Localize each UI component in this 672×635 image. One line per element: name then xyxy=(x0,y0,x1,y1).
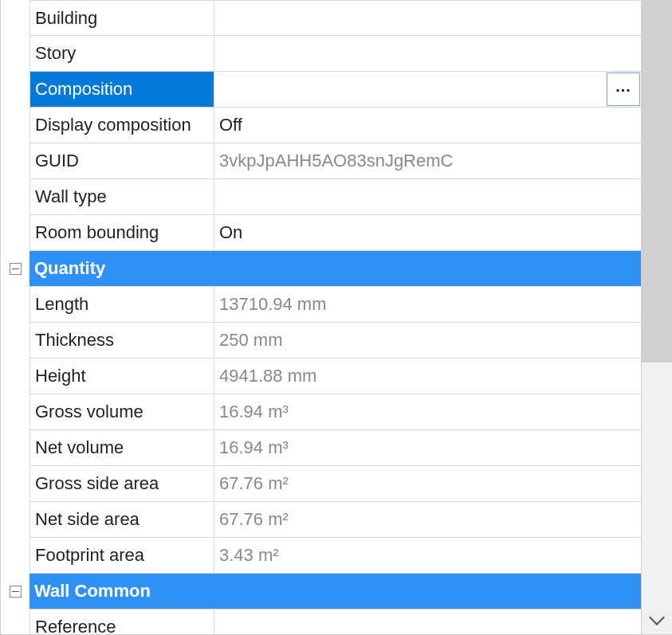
row-gutter xyxy=(1,108,29,143)
row-height[interactable]: Height 4941.88 mm xyxy=(1,359,641,394)
value-length: 13710.94 mm xyxy=(214,287,641,323)
row-gutter xyxy=(1,72,29,108)
row-room-bounding[interactable]: Room bounding On xyxy=(1,215,641,251)
row-length[interactable]: Length 13710.94 mm xyxy=(1,287,641,323)
row-guid[interactable]: GUID 3vkpJpAHH5AO83snJgRemC xyxy=(1,143,641,179)
value-display-composition[interactable]: Off xyxy=(214,108,641,143)
section-wall-common[interactable]: Wall Common xyxy=(1,574,641,610)
collapse-icon[interactable] xyxy=(10,586,22,598)
row-gutter xyxy=(1,323,29,359)
row-gutter xyxy=(1,502,29,538)
section-quantity-title: Quantity xyxy=(29,251,641,287)
value-guid: 3vkpJpAHH5AO83snJgRemC xyxy=(214,143,641,179)
value-story[interactable] xyxy=(214,36,641,72)
value-room-bounding[interactable]: On xyxy=(214,215,641,251)
value-wall-type[interactable] xyxy=(214,179,641,215)
section-wall-common-title: Wall Common xyxy=(29,574,641,610)
row-wall-type[interactable]: Wall type xyxy=(1,179,641,215)
row-gutter xyxy=(1,287,29,323)
row-gutter xyxy=(1,394,29,430)
row-net-volume[interactable]: Net volume 16.94 m³ xyxy=(1,430,641,466)
property-grid: Building Story Composition ... Display c… xyxy=(0,0,642,635)
vertical-scrollbar[interactable] xyxy=(642,0,672,635)
value-gross-volume: 16.94 m³ xyxy=(214,394,641,430)
row-gutter xyxy=(1,610,29,635)
label-composition: Composition xyxy=(29,72,214,108)
label-height: Height xyxy=(29,359,214,394)
label-room-bounding: Room bounding xyxy=(29,215,214,251)
row-footprint-area[interactable]: Footprint area 3.43 m² xyxy=(1,538,641,574)
row-reference[interactable]: Reference xyxy=(1,610,641,635)
value-composition[interactable]: ... xyxy=(214,72,641,108)
row-gutter xyxy=(1,0,29,36)
label-gross-volume: Gross volume xyxy=(29,394,214,430)
scrollbar-thumb[interactable] xyxy=(642,0,672,363)
composition-browse-button[interactable]: ... xyxy=(607,73,640,106)
chevron-down-icon xyxy=(650,616,663,624)
value-footprint-area: 3.43 m² xyxy=(214,538,641,574)
property-panel: Building Story Composition ... Display c… xyxy=(0,0,672,635)
section-quantity[interactable]: Quantity xyxy=(1,251,641,287)
row-gutter xyxy=(1,359,29,394)
row-gutter xyxy=(1,430,29,466)
label-wall-type: Wall type xyxy=(29,179,214,215)
value-net-side-area: 67.76 m² xyxy=(214,502,641,538)
scroll-down-button[interactable] xyxy=(642,605,672,635)
row-gutter xyxy=(1,466,29,502)
value-reference[interactable] xyxy=(214,610,641,635)
row-building[interactable]: Building xyxy=(1,0,641,36)
value-net-volume: 16.94 m³ xyxy=(214,430,641,466)
value-building[interactable] xyxy=(214,0,641,36)
row-gutter xyxy=(1,215,29,251)
label-story: Story xyxy=(29,36,214,72)
section-gutter[interactable] xyxy=(1,251,29,287)
label-thickness: Thickness xyxy=(29,323,214,359)
row-thickness[interactable]: Thickness 250 mm xyxy=(1,323,641,359)
label-gross-side-area: Gross side area xyxy=(29,466,214,502)
row-net-side-area[interactable]: Net side area 67.76 m² xyxy=(1,502,641,538)
label-footprint-area: Footprint area xyxy=(29,538,214,574)
label-reference: Reference xyxy=(29,610,214,635)
row-composition[interactable]: Composition ... xyxy=(1,72,641,108)
section-gutter[interactable] xyxy=(1,574,29,610)
label-length: Length xyxy=(29,287,214,323)
label-net-volume: Net volume xyxy=(29,430,214,466)
row-display-composition[interactable]: Display composition Off xyxy=(1,108,641,143)
label-guid: GUID xyxy=(29,143,214,179)
row-gross-side-area[interactable]: Gross side area 67.76 m² xyxy=(1,466,641,502)
row-gutter xyxy=(1,538,29,574)
row-gutter xyxy=(1,143,29,179)
value-gross-side-area: 67.76 m² xyxy=(214,466,641,502)
row-gutter xyxy=(1,36,29,72)
row-gutter xyxy=(1,179,29,215)
value-height: 4941.88 mm xyxy=(214,359,641,394)
label-building: Building xyxy=(29,0,214,36)
label-net-side-area: Net side area xyxy=(29,502,214,538)
row-story[interactable]: Story xyxy=(1,36,641,72)
ellipsis-icon: ... xyxy=(615,72,631,104)
label-display-composition: Display composition xyxy=(29,108,214,143)
collapse-icon[interactable] xyxy=(10,263,22,275)
value-thickness: 250 mm xyxy=(214,323,641,359)
row-gross-volume[interactable]: Gross volume 16.94 m³ xyxy=(1,394,641,430)
